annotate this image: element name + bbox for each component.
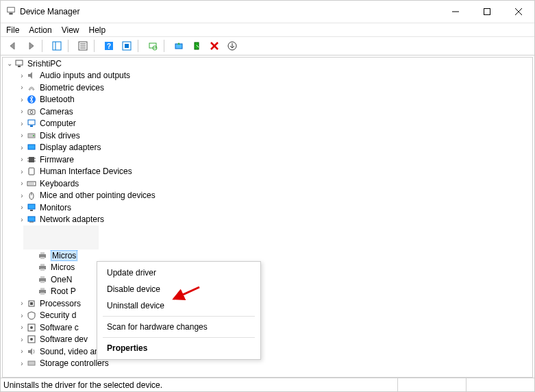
svg-rect-18	[175, 44, 182, 49]
tree-item[interactable]: ›Human Interface Devices	[3, 166, 532, 178]
expand-icon[interactable]: ›	[18, 96, 26, 103]
svg-rect-36	[29, 168, 34, 175]
cat-label: Biometric devices	[40, 83, 104, 93]
ctx-properties[interactable]: Properties	[97, 340, 260, 356]
expand-icon[interactable]: ›	[18, 360, 26, 367]
tree-item[interactable]: ›Bluetooth	[3, 94, 532, 106]
tree-root[interactable]: ⌄ SrishtiPC	[3, 58, 532, 70]
show-hide-tree-button[interactable]	[49, 38, 65, 53]
expand-icon[interactable]: ›	[18, 72, 26, 79]
tree-item[interactable]: ›Software dev	[3, 334, 532, 346]
tree-item[interactable]: ›Computer	[3, 118, 532, 130]
collapse-icon[interactable]: ⌄	[5, 60, 14, 67]
ctx-uninstall-device[interactable]: Uninstall device	[97, 297, 260, 314]
tree-item[interactable]: OneN	[3, 273, 532, 286]
software-icon	[26, 322, 37, 333]
expand-icon[interactable]: ›	[18, 84, 26, 91]
tree-item[interactable]: ›Display adapters	[3, 142, 532, 154]
expand-icon[interactable]: ›	[18, 312, 26, 319]
computer-icon	[14, 58, 25, 69]
network-icon	[26, 214, 37, 225]
expand-icon[interactable]: ›	[18, 323, 26, 331]
cat-label: Firmware	[40, 155, 74, 164]
tree-item[interactable]: ›Security d	[3, 310, 532, 322]
action-icon[interactable]	[119, 38, 135, 53]
expand-icon[interactable]: ›	[18, 132, 26, 139]
security-icon	[26, 310, 37, 321]
expand-icon[interactable]: ›	[18, 168, 26, 175]
ctx-scan[interactable]: Scan for hardware changes	[97, 319, 260, 335]
tree-item[interactable]: Root P	[3, 286, 532, 298]
svg-rect-3	[484, 9, 490, 15]
ctx-separator	[103, 316, 255, 317]
uninstall-device-icon[interactable]	[206, 38, 223, 53]
expand-icon[interactable]: ›	[18, 299, 26, 307]
menu-help[interactable]: Help	[89, 25, 106, 35]
leaf-label: OneN	[51, 275, 72, 284]
tree-item[interactable]: ›Disk drives	[3, 130, 532, 142]
tree-item[interactable]: ›Software c	[3, 321, 532, 334]
tree-item[interactable]: ›Monitors	[3, 201, 532, 214]
display-adapter-icon	[26, 142, 37, 153]
window-title: Device Manager	[20, 7, 79, 16]
menu-action[interactable]: Action	[29, 25, 51, 35]
svg-rect-56	[40, 288, 45, 290]
tree-item-selected[interactable]: Micros	[3, 249, 532, 262]
cat-label: Cameras	[40, 107, 73, 117]
tree-item[interactable]: Micros	[3, 262, 532, 274]
svg-rect-0	[8, 7, 15, 12]
maximize-button[interactable]	[471, 1, 503, 23]
svg-rect-30	[28, 145, 35, 149]
cat-label: Disk drives	[40, 131, 80, 140]
menu-file[interactable]: File	[6, 25, 19, 35]
tree-item[interactable]: ›Firmware	[3, 154, 532, 166]
cat-label: Bluetooth	[40, 95, 75, 104]
tree-item[interactable]: ›Biometric devices	[3, 82, 532, 94]
help-button[interactable]: ?	[101, 38, 117, 53]
update-driver-icon[interactable]	[171, 38, 187, 53]
menu-view[interactable]: View	[62, 25, 79, 35]
expand-icon[interactable]: ›	[18, 204, 26, 211]
expand-icon[interactable]: ›	[18, 180, 26, 187]
ctx-update-driver[interactable]: Update driver	[97, 265, 260, 281]
device-tree[interactable]: ⌄ SrishtiPC ›Audio inputs and outputs ›B…	[2, 57, 533, 378]
printer-icon	[37, 274, 48, 285]
tree-item[interactable]: ›Keyboards	[3, 177, 532, 190]
cat-label: Computer	[40, 119, 76, 128]
down-arrow-icon[interactable]	[224, 38, 240, 53]
forward-button[interactable]	[23, 38, 39, 53]
svg-rect-54	[40, 281, 45, 283]
tree-item[interactable]: ›Storage controllers	[3, 358, 532, 370]
expand-icon[interactable]: ›	[18, 108, 26, 115]
tree-item[interactable]: ›Network adapters	[3, 214, 532, 226]
tree-item[interactable]: ›Processors	[3, 297, 532, 310]
expand-icon[interactable]: ›	[18, 144, 26, 151]
printer-icon	[37, 250, 48, 261]
window-buttons	[440, 1, 534, 23]
tree-item[interactable]: ›Cameras	[3, 106, 532, 118]
tree-item[interactable]: ›Sound, video and game controllers	[3, 345, 532, 358]
svg-rect-31	[29, 157, 34, 162]
cat-label: Processors	[40, 299, 81, 308]
ctx-disable-device[interactable]: Disable device	[97, 281, 260, 297]
close-button[interactable]	[503, 1, 534, 23]
tree-item[interactable]: ›Audio inputs and outputs	[3, 70, 532, 82]
enable-device-icon[interactable]	[188, 38, 205, 53]
storage-icon	[26, 358, 37, 369]
scan-button[interactable]	[145, 38, 161, 53]
cat-label: Audio inputs and outputs	[40, 71, 130, 80]
cat-label: Software dev	[40, 334, 88, 344]
back-button[interactable]	[5, 38, 21, 53]
expand-icon[interactable]: ›	[18, 192, 26, 199]
properties-button[interactable]	[75, 38, 91, 53]
expand-icon[interactable]: ›	[18, 336, 26, 343]
expand-icon[interactable]: ›	[18, 216, 26, 223]
software-icon	[26, 334, 37, 345]
expand-icon[interactable]: ›	[18, 347, 26, 355]
printer-icon	[37, 262, 48, 273]
tree-item[interactable]: ›Mice and other pointing devices	[3, 190, 532, 202]
minimize-button[interactable]	[440, 1, 471, 23]
expand-icon[interactable]: ›	[18, 120, 26, 127]
tree-root-label: SrishtiPC	[27, 59, 62, 69]
expand-icon[interactable]: ›	[18, 156, 26, 163]
